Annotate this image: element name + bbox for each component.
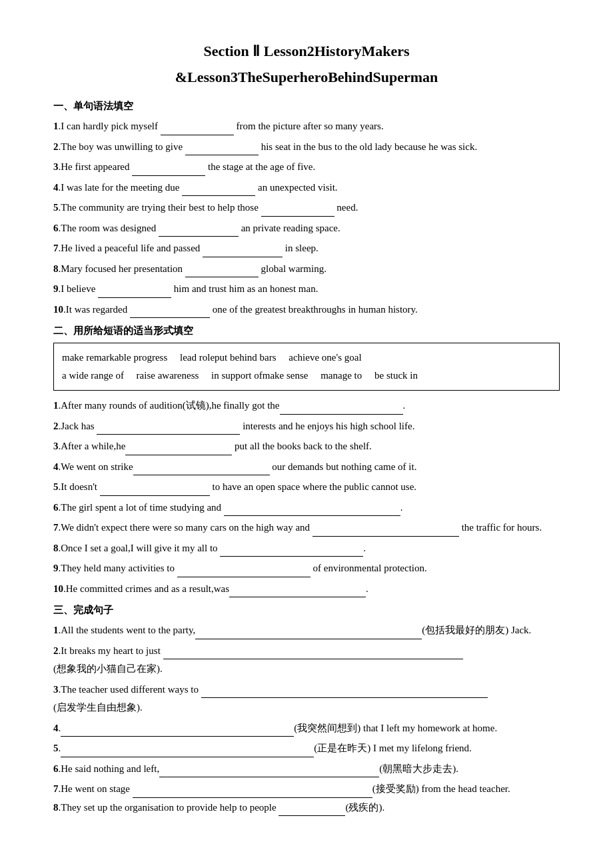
section3-q3: 3.The teacher used different ways to bbox=[53, 681, 560, 699]
section2-q9: 9.They held many activities to of enviro… bbox=[53, 560, 560, 577]
section2-q10: 10.He committed crimes and as a result,w… bbox=[53, 581, 560, 598]
section1-q5: 5.The community are trying their best to… bbox=[53, 199, 560, 217]
section1-q6: 6.The room was designed an private readi… bbox=[53, 220, 560, 237]
section3-q6: 6.He said nothing and left,(朝黑暗大步走去). bbox=[53, 761, 560, 778]
section1-q2: 2.The boy was unwilling to give his seat… bbox=[53, 139, 560, 156]
phrase-box: make remarkable progress lead roleput be… bbox=[53, 343, 560, 391]
section2-q7: 7.We didn't expect there were so many ca… bbox=[53, 519, 560, 537]
section1-q1: 1.I can hardly pick myself from the pict… bbox=[53, 118, 560, 135]
section2-q2: 2.Jack has interests and he enjoys his h… bbox=[53, 418, 560, 435]
section1-q8: 8.Mary focused her presentation global w… bbox=[53, 261, 560, 278]
section1-q4: 4.I was late for the meeting due an unex… bbox=[53, 179, 560, 197]
page-title: Section Ⅱ Lesson2HistoryMakers bbox=[53, 40, 560, 62]
section2-q5: 5.It doesn't to have an open space where… bbox=[53, 479, 560, 496]
section1-q9: 9.I believe him and trust him as an hone… bbox=[53, 281, 560, 298]
section3-q2: 2.It breaks my heart to just bbox=[53, 643, 560, 660]
section3-q5: 5.(正是在昨天) I met my lifelong friend. bbox=[53, 740, 560, 757]
section1-header: 一、单句语法填空 bbox=[53, 100, 560, 113]
section3-q4: 4.(我突然间想到) that I left my homework at ho… bbox=[53, 720, 560, 737]
section2-q1: 1.After many rounds of audition(试镜),he f… bbox=[53, 397, 560, 415]
section1-q7: 7.He lived a peaceful life and passed in… bbox=[53, 240, 560, 257]
section3-header: 三、完成句子 bbox=[53, 604, 560, 617]
section2-q8: 8.Once I set a goal,I will give it my al… bbox=[53, 540, 560, 557]
section3-q3b: (启发学生自由想象). bbox=[53, 699, 560, 717]
section2-header: 二、用所给短语的适当形式填空 bbox=[53, 325, 560, 337]
section3-q8: 8.They set up the organisation to provid… bbox=[53, 799, 560, 817]
page-subtitle: &Lesson3TheSuperheroBehindSuperman bbox=[53, 66, 560, 88]
section2-q3: 3.After a while,he put all the books bac… bbox=[53, 438, 560, 455]
section1-q3: 3.He first appeared the stage at the age… bbox=[53, 159, 560, 176]
section3-q2b: (想象我的小猫自己在家). bbox=[53, 661, 560, 678]
section2-q6: 6.The girl spent a lot of time studying … bbox=[53, 499, 560, 517]
section3-q1: 1.All the students went to the party,(包括… bbox=[53, 622, 560, 639]
section1-q10: 10.It was regarded one of the greatest b… bbox=[53, 301, 560, 319]
section2-q4: 4.We went on strike our demands but noth… bbox=[53, 459, 560, 476]
section3-q7: 7.He went on stage (接受奖励) from the head … bbox=[53, 781, 560, 798]
